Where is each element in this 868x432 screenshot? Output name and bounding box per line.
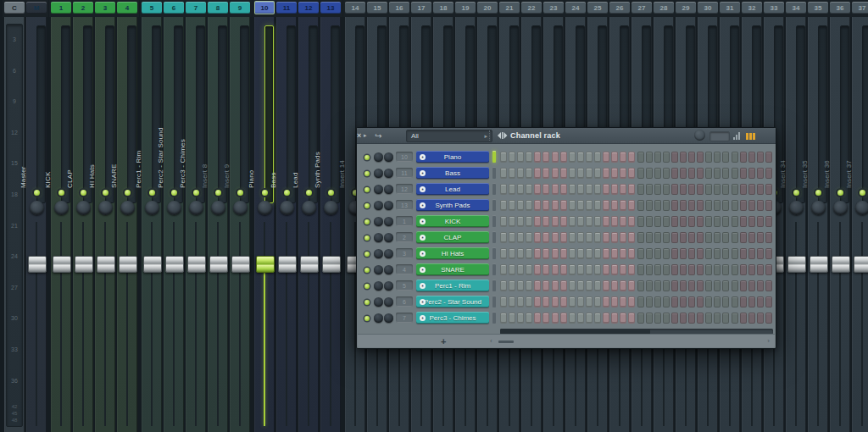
step-cell[interactable]: [740, 248, 747, 259]
step-cell[interactable]: [654, 313, 661, 324]
step-cell[interactable]: [765, 248, 772, 259]
step-cell[interactable]: [646, 248, 653, 259]
step-cell[interactable]: [671, 313, 678, 324]
step-cell[interactable]: [765, 216, 772, 227]
mixer-track-header-15[interactable]: 15: [367, 2, 387, 14]
scroll-left-icon[interactable]: ‹: [490, 337, 492, 345]
step-cell[interactable]: [552, 296, 559, 307]
step-cell[interactable]: [509, 184, 515, 195]
step-cell[interactable]: [757, 296, 764, 307]
step-cell[interactable]: [714, 184, 721, 195]
step-cell[interactable]: [714, 232, 721, 243]
step-cell[interactable]: [688, 280, 695, 291]
step-cell[interactable]: [534, 313, 541, 324]
step-cell[interactable]: [654, 168, 661, 179]
step-cell[interactable]: [637, 216, 644, 227]
channel-button[interactable]: •Piano: [416, 151, 489, 163]
step-cell[interactable]: [542, 152, 549, 163]
volume-fader[interactable]: [322, 256, 341, 273]
step-cell[interactable]: [517, 152, 524, 163]
mixer-track-header-19[interactable]: 19: [455, 2, 476, 14]
step-cell[interactable]: [765, 296, 772, 307]
step-cell[interactable]: [534, 248, 541, 259]
step-cell[interactable]: [688, 184, 695, 195]
step-cell[interactable]: [654, 280, 661, 291]
step-cell[interactable]: [569, 152, 576, 163]
channel-pan-knob[interactable]: [374, 249, 383, 258]
step-cell[interactable]: [697, 232, 704, 243]
step-cell[interactable]: [688, 152, 695, 163]
step-cell[interactable]: [611, 216, 618, 227]
swing-amount-display[interactable]: [709, 131, 730, 141]
mixer-route-number[interactable]: 12: [396, 184, 413, 194]
step-cell[interactable]: [637, 313, 644, 324]
mixer-track-header-2[interactable]: 2: [73, 2, 93, 14]
step-cell[interactable]: [646, 232, 653, 243]
step-cell[interactable]: [526, 168, 532, 179]
channel-volume-knob[interactable]: [384, 249, 393, 258]
step-cell[interactable]: [577, 248, 584, 259]
step-cell[interactable]: [663, 216, 670, 227]
step-cell[interactable]: [765, 200, 772, 211]
step-cell[interactable]: [757, 264, 764, 275]
channel-button[interactable]: •SNARE: [416, 263, 489, 275]
step-cell[interactable]: [603, 152, 609, 163]
step-cell[interactable]: [680, 184, 687, 195]
step-cell[interactable]: [680, 168, 687, 179]
step-cell[interactable]: [552, 216, 559, 227]
step-cell[interactable]: [500, 200, 507, 211]
mute-led[interactable]: [237, 190, 243, 196]
step-cell[interactable]: [628, 280, 635, 291]
step-cell[interactable]: [560, 280, 567, 291]
step-cell[interactable]: [637, 264, 644, 275]
step-cell[interactable]: [688, 248, 695, 259]
channel-enable-led[interactable]: [364, 316, 370, 321]
step-cell[interactable]: [611, 296, 618, 307]
pan-knob[interactable]: [811, 201, 826, 215]
step-cell[interactable]: [534, 264, 541, 275]
step-cell[interactable]: [697, 280, 704, 291]
step-cell[interactable]: [628, 152, 635, 163]
step-cell[interactable]: [740, 296, 747, 307]
step-cell[interactable]: [542, 232, 549, 243]
pan-knob[interactable]: [855, 201, 868, 215]
step-cell[interactable]: [671, 264, 678, 275]
mixer-track-header-5[interactable]: 5: [142, 2, 162, 14]
step-cell[interactable]: [740, 152, 747, 163]
step-cell[interactable]: [732, 216, 738, 227]
mixer-route-number[interactable]: 10: [396, 152, 413, 162]
step-cell[interactable]: [680, 280, 687, 291]
step-cell[interactable]: [552, 232, 559, 243]
step-cell[interactable]: [577, 168, 584, 179]
mixer-track-header-35[interactable]: 35: [808, 2, 828, 14]
channel-enable-led[interactable]: [364, 268, 370, 273]
step-cell[interactable]: [560, 313, 567, 324]
step-cell[interactable]: [722, 264, 729, 275]
step-cell[interactable]: [628, 232, 635, 243]
step-cell[interactable]: [560, 248, 567, 259]
channel-volume-knob[interactable]: [384, 169, 393, 178]
step-cell[interactable]: [594, 152, 601, 163]
channel-pan-knob[interactable]: [374, 233, 383, 242]
step-cell[interactable]: [552, 280, 559, 291]
step-cell[interactable]: [500, 313, 507, 324]
step-cell[interactable]: [500, 296, 507, 307]
step-cell[interactable]: [663, 264, 670, 275]
step-cell[interactable]: [671, 280, 678, 291]
channel-enable-led[interactable]: [364, 300, 370, 305]
step-cell[interactable]: [526, 313, 532, 324]
step-cell[interactable]: [577, 264, 584, 275]
channel-enable-led[interactable]: [364, 187, 370, 192]
step-cell[interactable]: [732, 296, 738, 307]
step-cell[interactable]: [722, 296, 729, 307]
mixer-route-number[interactable]: 7: [396, 313, 413, 323]
step-cell[interactable]: [517, 184, 524, 195]
step-cell[interactable]: [714, 152, 721, 163]
step-cell[interactable]: [560, 200, 567, 211]
step-cell[interactable]: [560, 184, 567, 195]
graph-editor-icon[interactable]: [733, 132, 740, 140]
step-cell[interactable]: [705, 152, 712, 163]
mixer-track-header-7[interactable]: 7: [186, 2, 206, 14]
step-cell[interactable]: [654, 232, 661, 243]
step-cell[interactable]: [680, 216, 687, 227]
